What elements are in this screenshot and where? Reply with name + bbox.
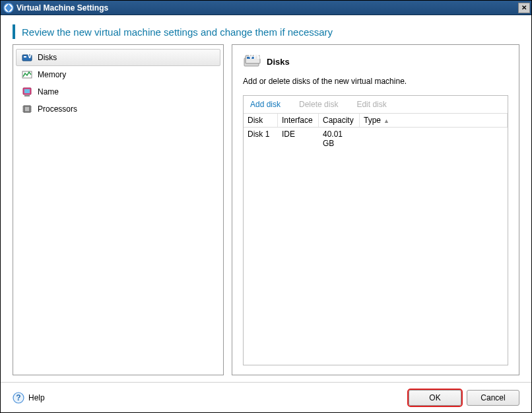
detail-description: Add or delete disks of the new virtual m… — [243, 77, 508, 86]
add-disk-button[interactable]: Add disk — [250, 100, 281, 109]
memory-icon — [22, 69, 32, 80]
table-row[interactable]: Disk 1 IDE 40.01 GB — [244, 128, 508, 150]
content-area: VHD Disks Memory Name Processors VHD — [1, 44, 531, 382]
header-accent — [13, 24, 15, 39]
cell-capacity: 40.01 GB — [319, 128, 360, 150]
detail-title: Disks — [267, 57, 290, 67]
col-type[interactable]: Type▲ — [360, 114, 508, 127]
disks-large-icon: VHD — [243, 54, 261, 69]
nav-item-processors[interactable]: Processors — [16, 100, 220, 118]
col-capacity[interactable]: Capacity — [319, 114, 360, 127]
svg-text:VHD: VHD — [248, 54, 261, 61]
svg-rect-2 — [24, 56, 26, 57]
help-icon: ? — [13, 392, 24, 404]
nav-item-name[interactable]: Name — [16, 83, 220, 100]
nav-label: Memory — [38, 70, 66, 79]
edit-disk-button: Edit disk — [356, 100, 386, 109]
nav-label: Disks — [38, 53, 57, 62]
detail-header: VHD Disks — [243, 54, 508, 69]
nav-label: Processors — [38, 104, 77, 114]
processors-icon — [22, 104, 32, 114]
titlebar: Virtual Machine Settings ✕ — [1, 1, 531, 15]
detail-panel: VHD Disks Add or delete disks of the new… — [232, 44, 519, 375]
nav-item-memory[interactable]: Memory — [16, 66, 220, 83]
page-heading: Review the new virtual machine settings … — [22, 26, 333, 38]
col-type-label: Type — [364, 116, 381, 125]
sort-asc-icon: ▲ — [383, 118, 389, 124]
nav-panel: VHD Disks Memory Name Processors — [13, 44, 224, 375]
footer: ? Help OK Cancel — [1, 382, 531, 412]
help-link[interactable]: ? Help — [13, 392, 45, 404]
cell-disk: Disk 1 — [244, 128, 278, 150]
col-disk[interactable]: Disk — [244, 114, 278, 127]
disks-icon: VHD — [22, 52, 32, 63]
cell-type — [360, 128, 508, 150]
name-icon — [22, 87, 32, 97]
disk-table: Disk Interface Capacity Type▲ Disk 1 IDE… — [244, 113, 508, 150]
nav-item-disks[interactable]: VHD Disks — [16, 49, 220, 66]
cancel-button[interactable]: Cancel — [467, 390, 519, 406]
ok-button[interactable]: OK — [409, 390, 461, 406]
nav-label: Name — [38, 87, 59, 96]
col-interface[interactable]: Interface — [278, 114, 319, 127]
delete-disk-button: Delete disk — [299, 100, 338, 109]
cell-interface: IDE — [278, 128, 319, 150]
app-icon — [3, 3, 14, 13]
help-label: Help — [28, 393, 45, 402]
close-button[interactable]: ✕ — [518, 3, 530, 13]
window-title: Virtual Machine Settings — [17, 3, 518, 13]
svg-text:?: ? — [16, 393, 20, 402]
disk-box: Add disk Delete disk Edit disk Disk Inte… — [243, 95, 508, 365]
header-strip: Review the new virtual machine settings … — [1, 15, 531, 44]
disk-toolbar: Add disk Delete disk Edit disk — [244, 96, 508, 113]
svg-rect-9 — [25, 107, 29, 111]
table-header-row: Disk Interface Capacity Type▲ — [244, 114, 508, 128]
svg-rect-7 — [24, 89, 30, 93]
svg-rect-6 — [24, 95, 30, 96]
svg-text:VHD: VHD — [27, 52, 32, 60]
